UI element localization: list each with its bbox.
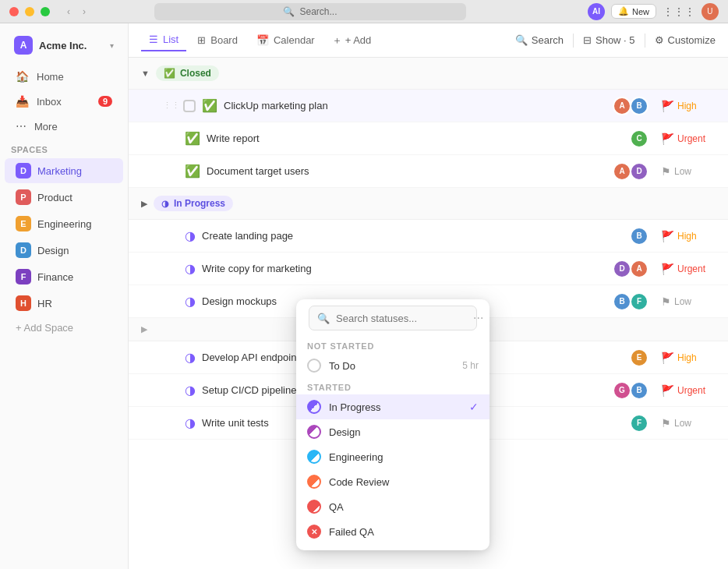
time-estimate: 5 hr <box>462 360 479 371</box>
sidebar-item-more[interactable]: ⋯ More <box>5 115 123 138</box>
priority-flag: ⚑ Low <box>661 165 716 178</box>
table-row[interactable]: ◑ Write copy for marketing D A 🚩 Urgent <box>129 253 728 285</box>
user-avatar[interactable]: U <box>701 3 719 20</box>
minimize-button[interactable] <box>25 7 34 16</box>
content-area: ☰ List ⊞ Board 📅 Calendar ＋ + Add 🔍 Sear… <box>129 23 728 569</box>
task-avatars: B <box>633 227 648 246</box>
avatar: C <box>630 129 648 148</box>
separator <box>573 34 574 48</box>
back-arrow[interactable]: ‹ <box>62 5 75 18</box>
dropdown-item-design[interactable]: Design <box>296 419 489 444</box>
add-view-button[interactable]: ＋ + Add <box>326 30 378 51</box>
search-button[interactable]: 🔍 Search <box>515 34 564 46</box>
avatar: B <box>613 292 631 311</box>
dropdown-item-failedqa[interactable]: ✕ Failed QA <box>296 519 489 544</box>
add-space-button[interactable]: + Add Space <box>5 317 123 338</box>
drag-handle: ⋮⋮ <box>160 101 180 111</box>
avatar: B <box>630 97 648 115</box>
close-button[interactable] <box>9 7 19 16</box>
task-status-icon-inprogress: ◑ <box>185 383 196 398</box>
list-icon: ☰ <box>149 34 158 45</box>
dropdown-item-label: Engineering <box>329 451 383 463</box>
grid-icon[interactable]: ⋮⋮⋮ <box>663 5 695 18</box>
ai-badge[interactable]: AI <box>588 3 605 20</box>
status-dropdown: 🔍 ··· NOT STARTED To Do 5 hr STARTED <box>296 299 489 550</box>
sidebar-item-inbox[interactable]: 📥 Inbox 9 <box>5 90 123 113</box>
table-row[interactable]: ◑ Create landing page B 🚩 High <box>129 220 728 253</box>
dropdown-item-inprogress[interactable]: In Progress ✓ <box>296 394 489 419</box>
maximize-button[interactable] <box>41 7 50 16</box>
flag-icon: ⚑ <box>661 295 671 308</box>
new-button[interactable]: 🔔 New <box>611 4 656 19</box>
avatar: B <box>630 227 648 246</box>
task-avatars: A B <box>616 97 648 115</box>
space-label: Finance <box>37 271 73 283</box>
show-button[interactable]: ⊟ Show · 5 <box>583 34 635 46</box>
toolbar-right: AI 🔔 New ⋮⋮⋮ U <box>588 3 719 20</box>
space-item-engineering[interactable]: E Engineering <box>5 211 123 236</box>
flag-icon: 🚩 <box>661 352 674 364</box>
status-search-input[interactable] <box>336 313 467 324</box>
flag-icon: 🚩 <box>661 230 674 242</box>
space-item-product[interactable]: P Product <box>5 185 123 210</box>
tab-list[interactable]: ☰ List <box>141 29 186 51</box>
task-avatars: C <box>633 129 648 148</box>
space-label: Engineering <box>37 218 91 230</box>
space-item-marketing[interactable]: D Marketing <box>5 158 123 183</box>
avatar: B <box>630 381 648 400</box>
closed-status-badge: ✅ Closed <box>156 65 219 81</box>
dropdown-item-label: Failed QA <box>329 526 374 538</box>
space-item-finance[interactable]: F Finance <box>5 264 123 289</box>
flag-icon: ⚑ <box>661 417 671 429</box>
avatar: F <box>630 292 648 311</box>
workspace-icon: A <box>14 36 33 55</box>
inprogress-icon: ◑ <box>161 199 169 209</box>
task-status-icon-closed: ✅ <box>185 164 200 178</box>
avatar: A <box>613 162 631 181</box>
failedqa-status-icon: ✕ <box>307 525 321 539</box>
priority-flag: 🚩 Urgent <box>661 263 716 275</box>
nav-arrows: ‹ › <box>62 5 90 18</box>
space-label: Product <box>37 192 72 203</box>
flag-icon: 🚩 <box>661 263 674 275</box>
avatar: G <box>613 381 631 400</box>
table-row[interactable]: ✅ Write report C 🚩 Urgent <box>129 122 728 155</box>
task-name: ClickUp marketing plan <box>224 100 616 111</box>
dropdown-item-todo[interactable]: To Do 5 hr <box>296 353 489 378</box>
customize-button[interactable]: ⚙ Customize <box>655 34 716 46</box>
tab-calendar[interactable]: 📅 Calendar <box>249 30 323 51</box>
priority-flag: 🚩 Urgent <box>661 384 716 397</box>
search-icon: 🔍 <box>283 6 295 17</box>
section-header-closed[interactable]: ▼ ✅ Closed <box>129 58 728 90</box>
dropdown-section-label: STARTED <box>296 378 489 394</box>
table-row[interactable]: ⋮⋮ ✅ ClickUp marketing plan A B 🚩 High <box>129 90 728 122</box>
section-header-inprogress[interactable]: ▶ ◑ In Progress <box>129 188 728 220</box>
address-bar[interactable]: 🔍 Search... <box>154 3 466 20</box>
board-icon: ⊞ <box>197 34 206 46</box>
avatar: D <box>630 162 648 181</box>
task-checkbox[interactable] <box>183 100 196 112</box>
table-row[interactable]: ✅ Document target users A D ⚑ Low <box>129 155 728 188</box>
forward-arrow[interactable]: › <box>78 5 90 18</box>
workspace-name: Acme Inc. <box>39 40 87 51</box>
avatar: D <box>613 260 631 278</box>
task-avatars: E <box>633 348 648 367</box>
space-item-design[interactable]: D Design <box>5 238 123 263</box>
tab-board[interactable]: ⊞ Board <box>189 30 246 51</box>
space-icon-finance: F <box>16 269 31 284</box>
avatar: A <box>613 97 631 115</box>
engineering-status-icon <box>307 450 321 464</box>
space-item-hr[interactable]: H HR <box>5 291 123 316</box>
chevron-down-icon: ▼ <box>141 69 150 78</box>
add-space-label: + Add Space <box>16 322 73 334</box>
workspace-item[interactable]: A Acme Inc. ▾ <box>5 30 123 61</box>
more-options-icon[interactable]: ··· <box>473 311 483 325</box>
priority-flag: 🚩 High <box>661 230 716 242</box>
sidebar-item-home[interactable]: 🏠 Home <box>5 65 123 88</box>
check-icon: ✅ <box>164 68 175 79</box>
task-status-icon-inprogress: ◑ <box>185 261 196 276</box>
dropdown-item-qa[interactable]: QA <box>296 494 489 519</box>
dropdown-item-codereview[interactable]: Code Review <box>296 469 489 494</box>
list-content: ▼ ✅ Closed ⋮⋮ ✅ ClickUp marketing plan A… <box>129 58 728 569</box>
dropdown-item-engineering[interactable]: Engineering <box>296 444 489 469</box>
